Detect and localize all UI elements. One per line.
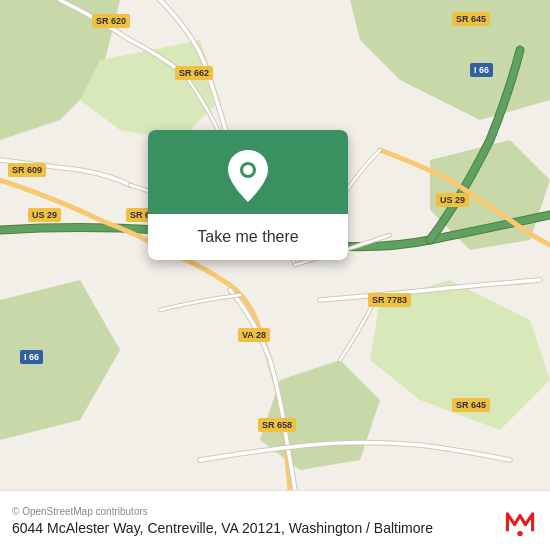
address-line: 6044 McAlester Way, Centreville, VA 2012… xyxy=(12,520,502,536)
road-shield-us29-left: US 29 xyxy=(28,208,61,222)
svg-point-8 xyxy=(243,165,253,175)
road-shield-us29-right: US 29 xyxy=(436,193,469,207)
osm-credit: © OpenStreetMap contributors xyxy=(12,506,502,517)
info-bar-text: © OpenStreetMap contributors 6044 McAles… xyxy=(12,506,502,536)
road-shield-i66-right: I 66 xyxy=(470,63,493,77)
popup-icon-area xyxy=(224,130,272,214)
location-pin-icon xyxy=(224,148,272,204)
road-shield-sr620: SR 620 xyxy=(92,14,130,28)
info-bar: © OpenStreetMap contributors 6044 McAles… xyxy=(0,490,550,550)
road-shield-sr658: SR 658 xyxy=(258,418,296,432)
road-shield-sr7783: SR 7783 xyxy=(368,293,411,307)
svg-marker-2 xyxy=(0,280,120,440)
moovit-logo xyxy=(502,503,538,539)
road-shield-va28: VA 28 xyxy=(238,328,270,342)
location-popup: Take me there xyxy=(148,130,348,260)
svg-marker-4 xyxy=(260,360,380,470)
road-shield-sr662: SR 662 xyxy=(175,66,213,80)
address-text: 6044 McAlester Way, Centreville, VA 2012… xyxy=(12,520,285,536)
road-shield-sr645-top: SR 645 xyxy=(452,12,490,26)
moovit-logo-icon xyxy=(502,503,538,539)
svg-point-10 xyxy=(517,530,522,535)
region-text: Washington / Baltimore xyxy=(289,520,433,536)
road-shield-i66-left: I 66 xyxy=(20,350,43,364)
map-view[interactable]: SR 620 SR 662 SR 609 SR 66 US 29 US 29 S… xyxy=(0,0,550,490)
road-shield-sr645-bottom: SR 645 xyxy=(452,398,490,412)
take-me-there-button[interactable]: Take me there xyxy=(148,214,348,260)
road-shield-sr609: SR 609 xyxy=(8,163,46,177)
